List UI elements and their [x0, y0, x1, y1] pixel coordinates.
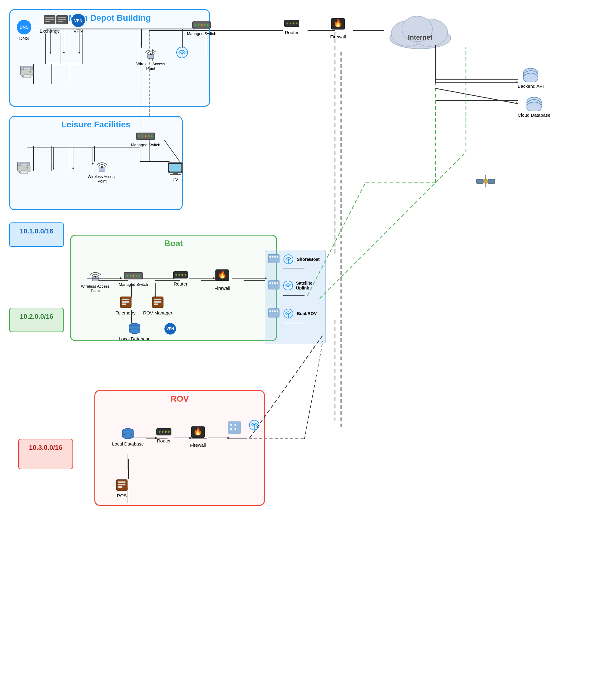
svg-rect-48	[45, 17, 54, 18]
svg-point-135	[181, 274, 183, 276]
svg-text:🔥: 🔥	[333, 18, 342, 28]
managed-switch-main: Managed Switch	[187, 20, 216, 36]
svg-point-188	[235, 428, 236, 430]
dns-label: DNS	[19, 36, 29, 41]
svg-point-176	[122, 434, 133, 439]
ip-box-rov: 10.3.0.0/16	[18, 439, 73, 469]
satellite	[475, 171, 496, 192]
backend-api: Backend API	[518, 67, 544, 89]
svg-point-185	[230, 424, 232, 426]
svg-point-178	[159, 431, 161, 433]
svg-point-67	[30, 71, 31, 73]
svg-rect-195	[118, 486, 122, 488]
svg-point-74	[204, 24, 206, 26]
svg-point-159	[270, 282, 271, 284]
router-boat-label: Router	[173, 281, 187, 287]
svg-rect-142	[122, 303, 126, 305]
vpn-main: VPN VPN	[72, 14, 85, 34]
svg-rect-100	[170, 174, 181, 175]
dns-server: DNS DNS	[17, 20, 31, 41]
telemetry: Telemetry	[116, 296, 135, 315]
svg-rect-99	[173, 173, 178, 174]
wap-sensor-main	[175, 46, 189, 59]
satellite-uplink-label: Satellite Uplink	[296, 280, 326, 290]
tv-leisure: TV	[167, 161, 184, 182]
firewall-rov-label: Firewall	[190, 443, 206, 448]
svg-rect-66	[24, 75, 31, 78]
svg-point-110	[296, 23, 297, 24]
managed-switch-boat-label: Managed Switch	[119, 282, 148, 287]
firewall-main: 🔥 Firewall	[329, 16, 347, 39]
svg-point-92	[138, 135, 140, 137]
svg-line-244	[436, 88, 518, 104]
local-db-rov-label: Local Database	[112, 441, 144, 446]
svg-point-170	[277, 310, 278, 312]
ip-boat-label: 10.2.0.0/16	[20, 313, 53, 320]
svg-point-186	[235, 424, 236, 426]
svg-rect-98	[169, 164, 181, 172]
wap-leisure-label: Wireless Access Point	[85, 174, 119, 183]
rov-manager-label: ROV Manager	[143, 310, 172, 315]
firewall-boat-label: Firewall	[214, 286, 230, 291]
svg-point-90	[101, 166, 103, 168]
cloud-db-label: Cloud Database	[518, 112, 550, 118]
firewall-main-label: Firewall	[330, 34, 346, 39]
svg-point-179	[162, 431, 164, 433]
svg-point-169	[274, 310, 276, 312]
router-boat: Router	[172, 270, 189, 287]
svg-rect-54	[58, 21, 63, 22]
svg-point-129	[132, 275, 134, 277]
svg-rect-50	[45, 21, 50, 22]
svg-point-107	[287, 23, 288, 24]
ip-rov-label: 10.3.0.0/16	[29, 444, 63, 451]
wap-rov	[248, 419, 260, 432]
ip-main-label: 10.1.0.0/16	[20, 227, 53, 235]
local-db-rov: Local Database	[112, 426, 144, 446]
firewall-rov: 🔥 Firewall	[189, 424, 207, 448]
ip-box-boat: 10.2.0.0/16	[9, 308, 64, 332]
telemetry-label: Telemetry	[116, 310, 135, 315]
wap-leisure: Wireless Access Point	[85, 158, 119, 183]
svg-rect-150	[268, 255, 279, 263]
rov-label: ROV	[95, 394, 264, 404]
rov-manager: ROV Manager	[143, 296, 172, 315]
svg-rect-193	[118, 482, 125, 483]
svg-point-94	[145, 135, 147, 137]
svg-point-115	[524, 73, 538, 82]
svg-point-72	[198, 24, 199, 26]
svg-point-95	[148, 135, 150, 137]
vpn-boat: VPN	[164, 323, 176, 335]
boat-label: Boat	[71, 238, 276, 248]
svg-point-168	[272, 310, 274, 312]
firewall-boat: 🔥 Firewall	[213, 267, 232, 291]
printer-main	[20, 66, 34, 79]
svg-point-108	[290, 23, 291, 24]
svg-rect-121	[477, 179, 483, 183]
exchange-label: Exchange	[40, 28, 60, 34]
svg-point-136	[184, 274, 187, 276]
svg-rect-49	[45, 19, 54, 20]
cloud-db: Cloud Database	[518, 96, 550, 118]
svg-point-167	[270, 310, 271, 312]
svg-rect-184	[228, 422, 241, 433]
svg-point-73	[201, 24, 203, 26]
wap-main: Wireless Access Point	[134, 46, 167, 71]
svg-rect-122	[488, 179, 495, 183]
svg-point-180	[165, 431, 167, 433]
ros-label: ROS	[117, 493, 127, 498]
local-db-boat-label: Local Database	[119, 336, 151, 341]
svg-point-162	[277, 282, 278, 284]
svg-point-96	[151, 135, 153, 137]
internet-cloud: Internet	[384, 11, 457, 51]
svg-text:🔥: 🔥	[218, 270, 227, 279]
svg-point-69	[150, 53, 152, 55]
svg-point-127	[126, 275, 128, 277]
svg-point-93	[141, 135, 143, 137]
svg-point-133	[175, 274, 177, 276]
svg-rect-65	[24, 67, 31, 70]
managed-switch-boat: Managed Switch	[119, 271, 148, 287]
wap-main-label: Wireless Access Point	[134, 62, 167, 71]
leisure-label: Leisure Facilities	[10, 120, 182, 129]
svg-rect-144	[154, 299, 161, 300]
tv-label: TV	[172, 177, 178, 182]
